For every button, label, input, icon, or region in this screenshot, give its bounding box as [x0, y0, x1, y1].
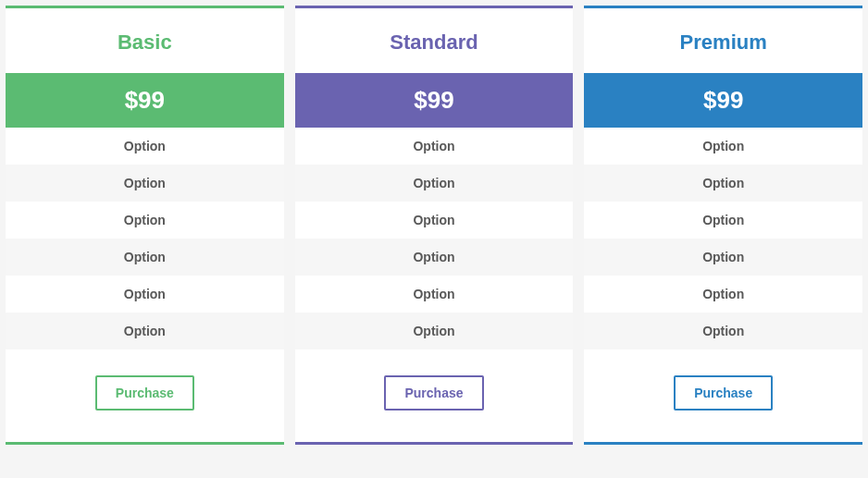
- purchase-wrap: Purchase: [295, 349, 574, 442]
- list-item: Option: [584, 128, 862, 165]
- plan-title-premium: Premium: [584, 8, 862, 73]
- list-item: Option: [584, 239, 862, 276]
- list-item: Option: [6, 202, 284, 239]
- pricing-card-premium: Premium $99 Option Option Option Option …: [584, 6, 862, 445]
- plan-title-standard: Standard: [295, 8, 574, 73]
- list-item: Option: [295, 202, 574, 239]
- purchase-wrap: Purchase: [584, 349, 862, 442]
- feature-list-standard: Option Option Option Option Option Optio…: [295, 128, 574, 349]
- list-item: Option: [295, 276, 574, 313]
- list-item: Option: [584, 313, 862, 349]
- list-item: Option: [6, 313, 284, 349]
- pricing-card-standard: Standard $99 Option Option Option Option…: [295, 6, 574, 445]
- plan-price-standard: $99: [295, 73, 574, 128]
- list-item: Option: [295, 165, 574, 202]
- feature-list-basic: Option Option Option Option Option Optio…: [6, 128, 284, 349]
- list-item: Option: [295, 239, 574, 276]
- pricing-card-basic: Basic $99 Option Option Option Option Op…: [6, 6, 284, 445]
- feature-list-premium: Option Option Option Option Option Optio…: [584, 128, 862, 349]
- plan-price-basic: $99: [6, 73, 284, 128]
- list-item: Option: [584, 276, 862, 313]
- purchase-button-standard[interactable]: Purchase: [384, 375, 483, 411]
- purchase-wrap: Purchase: [6, 349, 284, 442]
- list-item: Option: [295, 128, 574, 165]
- plan-title-basic: Basic: [6, 8, 284, 73]
- list-item: Option: [6, 128, 284, 165]
- purchase-button-premium[interactable]: Purchase: [674, 375, 773, 411]
- list-item: Option: [6, 239, 284, 276]
- list-item: Option: [295, 313, 574, 349]
- list-item: Option: [584, 165, 862, 202]
- pricing-container: Basic $99 Option Option Option Option Op…: [6, 6, 862, 445]
- plan-price-premium: $99: [584, 73, 862, 128]
- list-item: Option: [6, 165, 284, 202]
- list-item: Option: [6, 276, 284, 313]
- purchase-button-basic[interactable]: Purchase: [95, 375, 194, 411]
- list-item: Option: [584, 202, 862, 239]
